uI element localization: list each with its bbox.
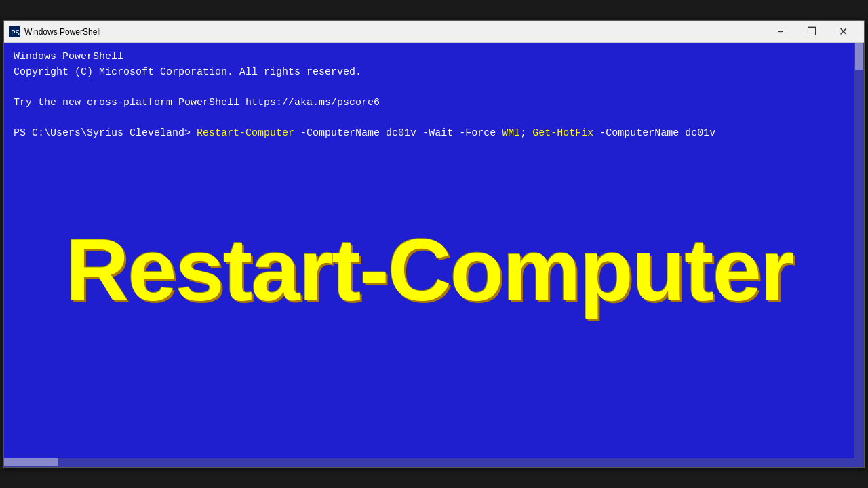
terminal-blank-2 bbox=[14, 110, 849, 126]
scrollbar-h-thumb[interactable] bbox=[4, 458, 58, 466]
window-controls: − ❐ ✕ bbox=[765, 21, 859, 43]
restore-button[interactable]: ❐ bbox=[796, 21, 827, 43]
terminal-line-1: Windows PowerShell bbox=[14, 49, 849, 65]
powershell-window: PS Windows PowerShell − ❐ ✕ Windows Powe… bbox=[3, 20, 865, 468]
minimize-button[interactable]: − bbox=[765, 21, 796, 43]
svg-text:PS: PS bbox=[11, 28, 20, 37]
window-title: Windows PowerShell bbox=[24, 27, 765, 37]
cmd-restart-computer: Restart-Computer bbox=[197, 126, 294, 142]
terminal-line-2: Copyright (C) Microsoft Corporation. All… bbox=[14, 65, 849, 81]
overlay-title: Restart-Computer bbox=[4, 226, 854, 314]
close-button[interactable]: ✕ bbox=[827, 21, 859, 43]
title-bar: PS Windows PowerShell − ❐ ✕ bbox=[4, 21, 864, 43]
powershell-icon: PS bbox=[9, 26, 20, 37]
terminal-body: Windows PowerShell Copyright (C) Microso… bbox=[4, 43, 864, 458]
cmd-args: -ComputerName dc01v -Wait -Force bbox=[294, 126, 502, 142]
horizontal-scrollbar[interactable] bbox=[4, 458, 864, 467]
cmd-wmi: WMI bbox=[502, 126, 520, 142]
terminal-blank-1 bbox=[14, 80, 849, 96]
cmd-rest: -ComputerName dc01v bbox=[593, 126, 715, 142]
terminal-line-4: Try the new cross-platform PowerShell ht… bbox=[14, 96, 849, 111]
cmd-semi: ; bbox=[520, 126, 526, 142]
vertical-scrollbar[interactable] bbox=[854, 43, 864, 458]
scrollbar-thumb[interactable] bbox=[855, 43, 863, 70]
terminal-prompt-line: PS C:\Users\Syrius Cleveland> Restart-Co… bbox=[14, 126, 849, 142]
cmd-get-hotfix: Get-HotFix bbox=[526, 126, 593, 142]
prompt-text: PS C:\Users\Syrius Cleveland> bbox=[14, 126, 191, 142]
